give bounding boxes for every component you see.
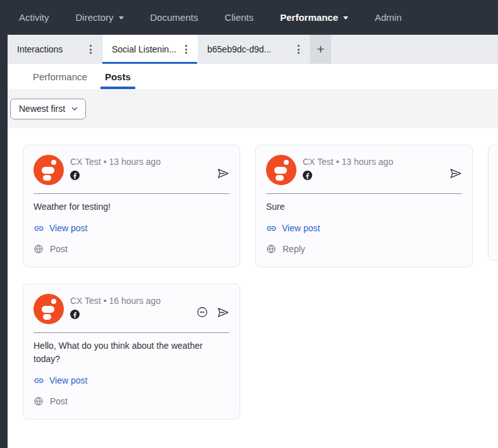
globe-icon <box>266 244 276 254</box>
card-header: CX Test • 16 hours ago <box>33 294 229 324</box>
workspace-tab-bar: InteractionsSocial Listenin...b65eb9dc-d… <box>8 35 498 64</box>
post-text: Hello, What do you think about the weath… <box>33 339 229 366</box>
sort-order-label: Newest first <box>19 104 65 114</box>
facebook-icon <box>70 171 80 180</box>
card-divider <box>266 193 462 194</box>
send-reply-icon[interactable] <box>216 167 229 180</box>
view-post-label: View post <box>49 222 87 234</box>
tab-label: Interactions <box>17 44 63 54</box>
card-actions <box>216 161 229 185</box>
avatar-logo-dot <box>284 160 289 165</box>
avatar-logo-bar <box>274 167 287 174</box>
nav-item-label: Admin <box>375 12 402 23</box>
sort-order-dropdown[interactable]: Newest first <box>10 99 86 119</box>
card-actions <box>196 300 229 324</box>
tab-social-listenin[interactable]: Social Listenin... <box>102 35 198 64</box>
post-type: Post <box>33 395 229 408</box>
card-header-info: CX Test • 16 hours ago <box>70 294 196 324</box>
subtab-bar: PerformancePosts <box>8 64 498 89</box>
card-header-info: CX Test • 13 hours ago <box>303 155 449 185</box>
globe-icon <box>33 396 44 406</box>
view-post-link[interactable]: View post <box>266 222 462 234</box>
card-header-info: CX Test • 13 hours ago <box>70 155 216 185</box>
view-post-link[interactable]: View post <box>33 222 229 234</box>
post-card: CX Test • 13 hours ago Weather for testi… <box>23 145 240 267</box>
nav-item-label: Documents <box>150 12 198 23</box>
nav-item-directory[interactable]: Directory <box>76 12 124 23</box>
avatar-logo-dot <box>51 299 56 304</box>
globe-icon <box>33 244 44 254</box>
post-card: CX Test • 13 hours ago Sure View post <box>255 145 473 267</box>
posts-grid: CX Test • 13 hours ago Weather for testi… <box>23 145 498 420</box>
kebab-menu-icon[interactable] <box>295 42 302 57</box>
avatar-logo-bar <box>42 167 54 174</box>
card-header: CX Test • 13 hours ago <box>266 155 462 185</box>
chevron-down-icon <box>343 16 348 20</box>
view-post-label: View post <box>282 222 320 234</box>
send-reply-icon[interactable] <box>449 167 462 180</box>
author-avatar <box>33 155 64 185</box>
tab-label: Social Listenin... <box>112 44 176 54</box>
author-avatar <box>33 294 64 324</box>
nav-item-documents[interactable]: Documents <box>150 12 198 23</box>
card-header: CX Test • 13 hours ago <box>33 155 229 185</box>
view-post-link[interactable]: View post <box>33 374 229 387</box>
link-icon <box>266 223 277 234</box>
nav-item-label: Performance <box>280 12 338 23</box>
link-icon <box>33 375 44 386</box>
post-type: Reply <box>266 243 462 255</box>
chevron-down-icon <box>71 105 78 112</box>
nav-item-activity[interactable]: Activity <box>19 12 49 23</box>
tab-b65eb9dc-d9d[interactable]: b65eb9dc-d9d... <box>198 35 310 64</box>
avatar-logo-bar-small <box>276 175 284 181</box>
post-text: Sure <box>266 200 462 214</box>
post-meta: CX Test • 13 hours ago <box>303 157 449 167</box>
post-type-label: Post <box>50 243 68 255</box>
chevron-down-icon <box>119 16 124 20</box>
card-actions <box>449 161 462 185</box>
kebab-menu-icon[interactable] <box>87 42 94 57</box>
post-type-label: Post <box>50 395 68 408</box>
avatar-logo-bar-small <box>43 175 51 181</box>
card-divider <box>33 193 229 194</box>
nav-item-label: Activity <box>19 12 49 23</box>
nav-item-performance[interactable]: Performance <box>280 12 348 23</box>
nav-item-label: Clients <box>224 12 253 23</box>
add-tab-button[interactable]: + <box>310 35 331 64</box>
post-type-label: Reply <box>282 243 305 255</box>
author-avatar <box>266 155 296 185</box>
post-type: Post <box>33 243 229 255</box>
subtab-performance[interactable]: Performance <box>28 64 92 89</box>
nav-item-clients[interactable]: Clients <box>224 12 253 23</box>
main-area: InteractionsSocial Listenin...b65eb9dc-d… <box>8 35 498 448</box>
link-icon <box>33 223 44 234</box>
subtab-posts[interactable]: Posts <box>100 64 135 89</box>
avatar-logo-dot <box>51 160 56 165</box>
card-divider <box>33 332 229 333</box>
view-post-label: View post <box>49 374 87 387</box>
posts-content: CX Test • 13 hours ago Weather for testi… <box>8 128 498 448</box>
top-nav: ActivityDirectoryDocumentsClientsPerform… <box>0 0 498 35</box>
send-reply-icon[interactable] <box>216 306 229 319</box>
tab-label: b65eb9dc-d9d... <box>207 44 271 54</box>
post-card: CX Test • 16 hours ago Hello, What do yo… <box>23 284 240 420</box>
kebab-menu-icon[interactable] <box>183 42 190 57</box>
facebook-icon <box>303 171 312 180</box>
hide-post-icon[interactable] <box>196 306 209 318</box>
avatar-logo-bar-small <box>43 314 51 320</box>
tab-interactions[interactable]: Interactions <box>8 35 102 64</box>
facebook-icon <box>70 310 80 319</box>
avatar-logo-bar <box>42 306 54 313</box>
post-meta: CX Test • 16 hours ago <box>70 296 196 306</box>
nav-item-label: Directory <box>76 12 114 23</box>
sort-toolbar: Newest first <box>8 89 498 128</box>
left-edge-strip <box>0 35 8 448</box>
nav-item-admin[interactable]: Admin <box>375 12 402 23</box>
post-meta: CX Test • 13 hours ago <box>70 157 216 167</box>
post-card-partial <box>488 145 498 261</box>
post-text: Weather for testing! <box>33 200 229 214</box>
